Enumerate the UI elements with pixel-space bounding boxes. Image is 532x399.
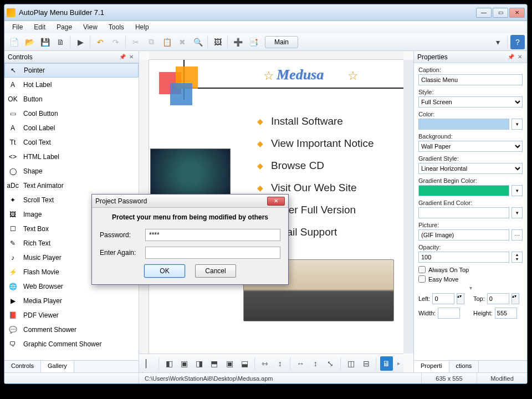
tab-properties[interactable]: Properti [414, 361, 449, 372]
titlebar: AutoPlay Menu Builder 7.1 — ▭ ✕ [4, 4, 527, 21]
cut-icon[interactable]: ✂ [129, 35, 143, 49]
help-icon[interactable]: ? [510, 35, 525, 49]
preview-icon[interactable]: 🖥 [380, 356, 393, 371]
easymove-checkbox[interactable] [418, 275, 426, 283]
align-center-h-icon[interactable]: ▣ [178, 356, 191, 371]
picture-browse-icon[interactable]: ⋯ [511, 229, 523, 241]
dist-v-icon[interactable]: ↕ [274, 356, 287, 371]
center-v-icon[interactable]: ⊟ [360, 356, 372, 371]
panel-close-icon[interactable]: ✕ [516, 53, 524, 61]
control-item-html-label[interactable]: <>HTML Label [4, 150, 139, 164]
control-item-cool-text[interactable]: TtCool Text [4, 135, 139, 150]
copy-icon[interactable]: ⧉ [144, 35, 158, 49]
delete-icon[interactable]: ✖ [175, 35, 190, 49]
page-props-icon[interactable]: 📑 [246, 35, 260, 49]
delete-page-icon[interactable]: 🗎 [53, 35, 68, 49]
menu-item[interactable]: ◆Install Software [257, 115, 374, 127]
tab-gallery[interactable]: Gallery [41, 361, 74, 372]
gradbegin-dropdown-icon[interactable]: ▾ [511, 185, 523, 196]
redo-icon[interactable]: ↷ [109, 35, 123, 49]
spinner-icon[interactable]: ▴▾ [457, 293, 464, 304]
open-icon[interactable]: 📂 [22, 35, 37, 49]
cancel-button[interactable]: Cancel [195, 264, 236, 278]
control-item-pointer[interactable]: ↖Pointer [4, 63, 139, 78]
image-icon[interactable]: 🖼 [211, 35, 225, 49]
same-height-icon[interactable]: ↕ [309, 356, 322, 371]
play-icon[interactable]: ▶ [73, 35, 88, 49]
control-item-cool-button[interactable]: ▭Cool Button [4, 106, 139, 121]
alwaysontop-checkbox[interactable] [418, 266, 426, 273]
align-bottom-icon[interactable]: ⬓ [238, 356, 251, 371]
caption-input[interactable] [418, 74, 523, 85]
gradbegin-swatch[interactable] [418, 185, 509, 196]
scroll-arrow-icon[interactable]: ▸ [397, 360, 400, 366]
color-dropdown-icon[interactable]: ▾ [511, 119, 523, 130]
pin-icon[interactable]: 📌 [119, 53, 126, 61]
control-item-graphic-comment-shower[interactable]: 🗨Graphic Comment Shower [4, 337, 139, 351]
enteragain-input[interactable] [145, 247, 280, 259]
menu-help[interactable]: Help [130, 22, 155, 32]
gradientstyle-select[interactable]: Linear Horizontal [418, 163, 523, 174]
minimize-button[interactable]: — [476, 8, 492, 18]
password-input[interactable] [145, 229, 280, 241]
height-input[interactable] [495, 308, 517, 319]
menu-file[interactable]: File [7, 22, 28, 32]
menu-item[interactable]: ◆View Important Notice [257, 137, 374, 150]
dropdown-icon[interactable]: ▾ [490, 35, 505, 49]
opacity-spinner[interactable]: ▴▾ [511, 252, 523, 263]
panel-close-icon[interactable]: ✕ [127, 53, 135, 61]
ok-button[interactable]: OK [144, 264, 185, 278]
align-left-icon[interactable]: ▏ [142, 356, 155, 371]
add-page-icon[interactable]: ➕ [231, 35, 245, 49]
width-input[interactable] [438, 308, 460, 319]
scrollbar-vertical[interactable] [403, 60, 413, 354]
cool-button-icon: ▭ [8, 109, 18, 119]
paste-icon[interactable]: 📋 [160, 35, 174, 49]
menu-item[interactable]: ◆Visit Our Web Site [257, 182, 374, 194]
align-right-icon[interactable]: ◨ [193, 356, 206, 371]
align-top-icon[interactable]: ⬒ [208, 356, 221, 371]
top-input[interactable] [487, 293, 509, 304]
gradend-dropdown-icon[interactable]: ▾ [511, 207, 523, 218]
same-width-icon[interactable]: ↔ [294, 356, 307, 371]
gradend-swatch[interactable] [418, 207, 509, 218]
menu-edit[interactable]: Edit [28, 22, 51, 32]
background-select[interactable]: Wall Paper [418, 141, 523, 152]
control-item-button[interactable]: OKButton [4, 92, 139, 106]
tab-main[interactable]: Main [265, 36, 298, 48]
control-item-comment-shower[interactable]: 💬Comment Shower [4, 323, 139, 337]
menu-view[interactable]: View [78, 22, 103, 32]
left-input[interactable] [432, 293, 454, 304]
control-item-hot-label[interactable]: AHot Label [4, 78, 139, 92]
control-item-text-animator[interactable]: aDcText Animator [4, 178, 139, 193]
align-left-icon[interactable]: ◧ [163, 356, 176, 371]
dialog-close-icon[interactable]: ✕ [267, 197, 285, 206]
control-item-cool-label[interactable]: ACool Label [4, 121, 139, 135]
menu-tools[interactable]: Tools [103, 22, 130, 32]
more-indicator-icon[interactable]: ▾ [418, 285, 523, 291]
pdf-viewer-icon: 📕 [8, 310, 18, 320]
maximize-button[interactable]: ▭ [493, 8, 508, 18]
close-button[interactable]: ✕ [509, 8, 525, 18]
tab-controls[interactable]: Controls [4, 361, 41, 372]
new-icon[interactable]: 📄 [7, 35, 21, 49]
align-middle-icon[interactable]: ▣ [223, 356, 236, 371]
menu-page[interactable]: Page [51, 22, 78, 32]
control-item-media-player[interactable]: ▶Media Player [4, 294, 139, 308]
picture-input[interactable] [418, 229, 509, 241]
color-swatch[interactable] [418, 119, 509, 130]
find-icon[interactable]: 🔍 [191, 35, 205, 49]
control-item-pdf-viewer[interactable]: 📕PDF Viewer [4, 308, 139, 323]
menu-item[interactable]: ◆Browse CD [257, 160, 374, 172]
opacity-input[interactable] [418, 252, 509, 263]
control-item-shape[interactable]: ◯Shape [4, 164, 139, 178]
undo-icon[interactable]: ↶ [93, 35, 108, 49]
save-icon[interactable]: 💾 [38, 35, 52, 49]
style-select[interactable]: Full Screen [418, 96, 523, 108]
dist-h-icon[interactable]: ⇿ [259, 356, 272, 371]
spinner-icon[interactable]: ▴▾ [511, 293, 519, 304]
pin-icon[interactable]: 📌 [507, 53, 515, 61]
tab-actions[interactable]: ctions [449, 361, 479, 372]
center-h-icon[interactable]: ◫ [345, 356, 357, 371]
same-both-icon[interactable]: ⤡ [324, 356, 337, 371]
